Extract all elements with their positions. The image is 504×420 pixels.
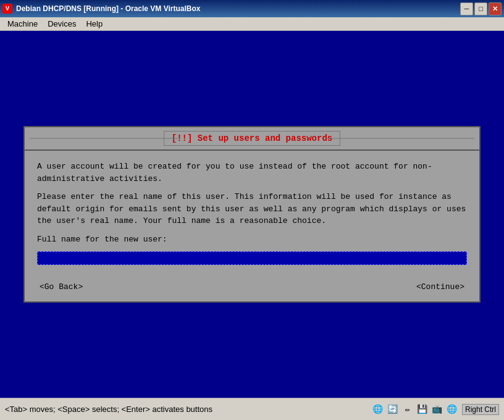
window-title: Debian DHCP/DNS [Running] - Oracle VM Vi… [16, 4, 200, 13]
close-button[interactable]: ✕ [489, 2, 502, 15]
status-hint: <Tab> moves; <Space> selects; <Enter> ac… [5, 405, 212, 414]
full-name-input[interactable] [37, 251, 467, 265]
edit-icon: ✏️ [401, 403, 414, 416]
menu-help[interactable]: Help [81, 18, 107, 30]
display-icon: 📺 [431, 403, 443, 416]
network-icon: 🌐 [372, 403, 384, 416]
menu-devices[interactable]: Devices [43, 18, 81, 30]
body-paragraph-2: Please enter the real name of this user.… [37, 191, 467, 227]
status-icons: 🌐 🔄 ✏️ 💾 📺 🌐 [372, 403, 458, 416]
minimize-button[interactable]: ─ [460, 2, 473, 15]
sync-icon: 🔄 [387, 403, 399, 416]
dialog-footer: <Go Back> <Continue> [25, 275, 479, 301]
go-back-button[interactable]: <Go Back> [37, 281, 85, 293]
status-bar: <Tab> moves; <Space> selects; <Enter> ac… [0, 398, 504, 420]
usb-icon: 🌐 [446, 403, 458, 416]
field-label: Full name for the new user: [37, 233, 467, 246]
continue-button[interactable]: <Continue> [414, 281, 467, 293]
app-icon: V [2, 4, 12, 14]
window-controls: ─ □ ✕ [460, 2, 502, 15]
status-right: 🌐 🔄 ✏️ 💾 📺 🌐 Right Ctrl [372, 403, 499, 416]
setup-dialog: [!!] Set up users and passwords A user a… [23, 126, 481, 303]
dialog-title: [!!] Set up users and passwords [172, 133, 332, 143]
dialog-title-border: [!!] Set up users and passwords [164, 131, 340, 146]
vm-display: [!!] Set up users and passwords A user a… [0, 31, 504, 398]
right-ctrl-label: Right Ctrl [462, 404, 499, 415]
menu-bar: Machine Devices Help [0, 17, 504, 31]
maximize-button[interactable]: □ [474, 2, 487, 15]
body-paragraph-1: A user account will be created for you t… [37, 161, 467, 185]
menu-machine[interactable]: Machine [2, 18, 43, 30]
title-bar-left: V Debian DHCP/DNS [Running] - Oracle VM … [2, 4, 200, 14]
save-icon: 💾 [416, 403, 429, 416]
title-bar: V Debian DHCP/DNS [Running] - Oracle VM … [0, 0, 504, 17]
dialog-title-bar: [!!] Set up users and passwords [25, 127, 479, 151]
dialog-body: A user account will be created for you t… [25, 151, 479, 275]
